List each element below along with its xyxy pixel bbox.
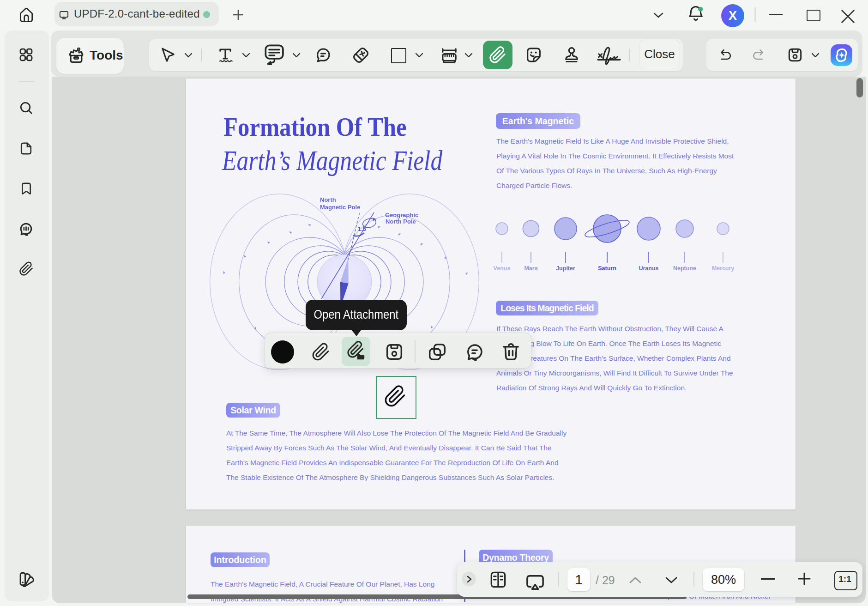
svg-text:Uranus: Uranus [639, 265, 658, 272]
svg-text:1.5: 1.5 [358, 225, 366, 232]
svg-text:North: North [320, 196, 336, 203]
svg-text:North Pole: North Pole [386, 218, 416, 225]
svg-text:Jupiter: Jupiter [556, 265, 575, 272]
svg-text:Saturn: Saturn [598, 265, 616, 272]
svg-text:Mercury: Mercury [712, 265, 735, 272]
svg-text:Mars: Mars [524, 265, 537, 272]
svg-text:Neptune: Neptune [673, 265, 696, 272]
svg-text:Geographic: Geographic [385, 212, 418, 218]
svg-text:Magnetic Pole: Magnetic Pole [320, 204, 360, 211]
